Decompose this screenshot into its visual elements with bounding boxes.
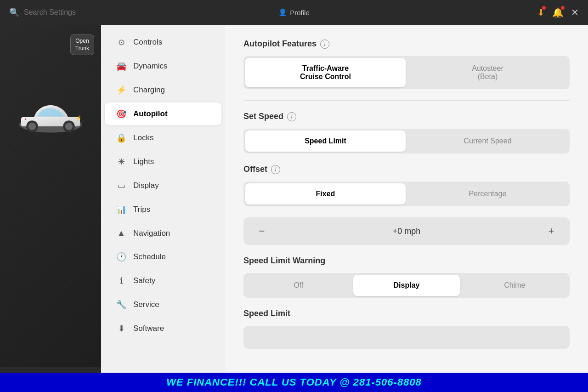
service-icon: 🔧 (116, 300, 127, 310)
menu-icon[interactable]: ✕ (571, 7, 579, 18)
set-speed-group: Speed Limit Current Speed (243, 129, 570, 153)
software-icon: ⬇ (116, 324, 127, 334)
sidebar-label-service: Service (133, 300, 159, 309)
sidebar-item-controls[interactable]: ⊙ Controls (105, 31, 221, 54)
speed-limit-input-area[interactable] (243, 326, 570, 349)
offset-type-group: Fixed Percentage (243, 182, 570, 206)
sidebar-item-schedule[interactable]: 🕐 Schedule (105, 245, 221, 268)
offset-title: Offset i (243, 165, 570, 174)
sidebar-item-display[interactable]: ▭ Display (105, 174, 221, 197)
sidebar-label-autopilot: Autopilot (133, 109, 168, 119)
offset-minus-button[interactable]: − (253, 222, 271, 240)
download-icon[interactable]: ⬇ (537, 7, 545, 18)
speed-limit-warning-group: Off Display Chime (243, 273, 570, 298)
warning-chime-button[interactable]: Chime (462, 275, 568, 296)
autopilot-features-group: Traffic-AwareCruise Control Autosteer(Be… (243, 56, 570, 89)
safety-icon: ℹ (116, 276, 127, 286)
navigation-icon: ▲ (116, 228, 127, 238)
sidebar-item-software[interactable]: ⬇ Software (105, 317, 221, 340)
car-image: ⚡ ● (9, 53, 92, 182)
warning-display-button[interactable]: Display (353, 275, 459, 296)
charging-icon: ⚡ (116, 85, 127, 95)
speed-limit-section: Speed Limit (243, 309, 570, 349)
offset-plus-button[interactable]: + (542, 222, 560, 240)
speed-limit-button[interactable]: Speed Limit (245, 131, 406, 152)
offset-control: − +0 mph + (243, 217, 570, 245)
search-area: 🔍 (9, 7, 278, 17)
autopilot-icon: 🎯 (116, 109, 127, 119)
trips-icon: 📊 (116, 205, 127, 215)
svg-text:●: ● (25, 117, 27, 120)
search-icon: 🔍 (9, 7, 19, 17)
offset-value: +0 mph (271, 227, 542, 236)
search-input[interactable] (24, 8, 116, 17)
current-speed-button[interactable]: Current Speed (407, 131, 568, 152)
car-panel: OpenTrunk (0, 25, 101, 392)
sidebar-label-trips: Trips (133, 205, 150, 214)
sidebar-label-locks: Locks (133, 133, 153, 142)
sidebar-label-charging: Charging (133, 85, 165, 95)
sidebar-item-dynamics[interactable]: 🚘 Dynamics (105, 55, 221, 78)
dynamics-icon: 🚘 (116, 61, 127, 71)
svg-point-3 (28, 123, 36, 130)
sidebar-label-schedule: Schedule (133, 252, 166, 261)
profile-label: Profile (290, 9, 310, 17)
set-speed-info-icon[interactable]: i (287, 112, 296, 121)
profile-area: 👤 Profile (278, 8, 310, 17)
settings-content: Autopilot Features i Traffic-AwareCruise… (225, 25, 588, 392)
open-trunk-button[interactable]: OpenTrunk (70, 34, 94, 55)
sidebar-item-lights[interactable]: ✳ Lights (105, 150, 221, 173)
sidebar-label-software: Software (133, 324, 164, 333)
tacc-button[interactable]: Traffic-AwareCruise Control (245, 58, 406, 87)
sidebar-label-lights: Lights (133, 157, 154, 166)
lights-icon: ✳ (116, 157, 127, 167)
car-svg: ⚡ ● (14, 90, 87, 145)
sidebar-item-navigation[interactable]: ▲ Navigation (105, 222, 221, 244)
main-content: OpenTrunk (0, 25, 588, 392)
sidebar-label-navigation: Navigation (133, 229, 170, 238)
schedule-icon: 🕐 (116, 252, 127, 262)
sidebar-label-safety: Safety (133, 276, 155, 285)
sidebar-label-dynamics: Dynamics (133, 62, 168, 71)
promo-banner: WE FINANCE!!! CALL US TODAY @ 281-506-88… (0, 373, 588, 392)
percentage-button[interactable]: Percentage (407, 183, 568, 205)
offset-info-icon[interactable]: i (271, 165, 280, 174)
sidebar-item-service[interactable]: 🔧 Service (105, 293, 221, 316)
svg-text:⚡: ⚡ (75, 115, 82, 121)
profile-button[interactable]: 👤 Profile (278, 8, 310, 17)
divider-1 (243, 100, 570, 101)
promo-text: WE FINANCE!!! CALL US TODAY @ 281-506-88… (166, 376, 422, 388)
sidebar-item-trips[interactable]: 📊 Trips (105, 198, 221, 221)
top-right-icons: ⬇ 🔔 ✕ (310, 7, 579, 18)
sidebar-item-charging[interactable]: ⚡ Charging (105, 79, 221, 102)
sidebar-item-autopilot[interactable]: 🎯 Autopilot (105, 102, 221, 125)
sidebar: ⊙ Controls 🚘 Dynamics ⚡ Charging 🎯 Autop… (101, 25, 225, 392)
sidebar-item-locks[interactable]: 🔒 Locks (105, 126, 221, 149)
autosteer-button[interactable]: Autosteer(Beta) (407, 58, 568, 87)
display-icon: ▭ (116, 181, 127, 191)
bell-icon[interactable]: 🔔 (552, 7, 564, 18)
sidebar-label-display: Display (133, 181, 159, 190)
set-speed-title: Set Speed i (243, 112, 570, 121)
autopilot-features-title: Autopilot Features i (243, 39, 570, 49)
speed-limit-warning-title: Speed Limit Warning (243, 256, 570, 266)
svg-point-5 (65, 123, 73, 130)
fixed-button[interactable]: Fixed (245, 183, 406, 205)
speed-limit-title: Speed Limit (243, 309, 570, 318)
sidebar-label-controls: Controls (133, 38, 162, 47)
profile-avatar-icon: 👤 (278, 8, 287, 17)
sidebar-item-safety[interactable]: ℹ Safety (105, 269, 221, 292)
autopilot-features-info-icon[interactable]: i (320, 40, 329, 49)
locks-icon: 🔒 (116, 133, 127, 143)
top-bar: 🔍 👤 Profile ⬇ 🔔 ✕ (0, 0, 588, 25)
warning-off-button[interactable]: Off (245, 275, 351, 296)
controls-icon: ⊙ (116, 37, 127, 47)
